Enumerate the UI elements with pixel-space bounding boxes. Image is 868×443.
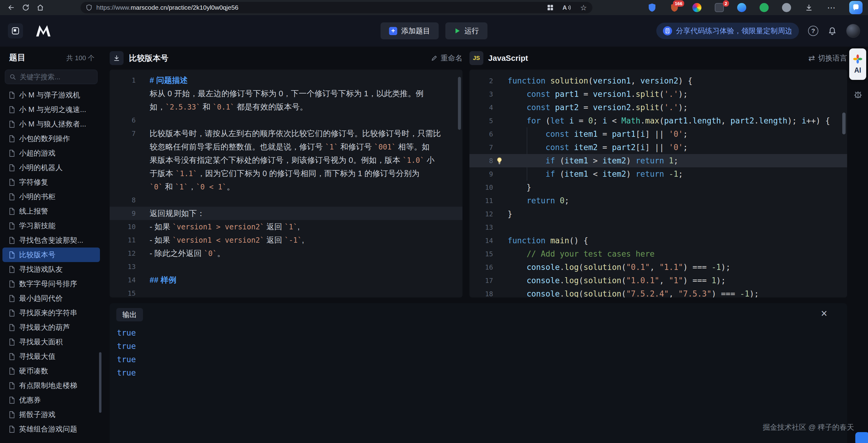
code-editor[interactable]: 2function solution(version1, version2) {… [469,70,847,298]
description-panel[interactable]: 1# 问题描述标从 0 开始，最左边的修订号下标为 0，下一个修订号下标为 1，… [110,70,462,298]
sidebar-item[interactable]: 小 M 与光明之魂速... [2,102,100,117]
add-problem-button[interactable]: + 添加题目 [381,23,439,39]
close-icon[interactable]: × [818,307,830,319]
code-line[interactable]: 5 for (let i = 0; i < Math.max(part1.len… [469,114,847,127]
ai-assistant-button[interactable]: AI [849,48,866,80]
sidebar-item[interactable]: 学习新技能 [2,218,100,233]
editor-scrollbar[interactable] [842,112,845,134]
rename-button[interactable]: 重命名 [431,53,462,63]
sidebar-item[interactable]: 数字字母问号排序 [2,277,100,291]
code-line[interactable]: 11 return 0; [469,194,847,207]
code-line[interactable]: 18 console.log(solution("7.5.2.4", "7.5.… [469,287,847,298]
code-line[interactable]: 7 const item2 = part2[i] || '0'; [469,141,847,154]
sidebar-item[interactable]: 英雄组合游戏问题 [2,422,100,436]
sidebar-item[interactable]: 寻找游戏队友 [2,262,100,277]
sidebar-item[interactable]: 硬币凑数 [2,364,100,378]
read-aloud-icon[interactable]: A [562,4,571,11]
code-line[interactable]: 12} [469,207,847,220]
sidebar-item[interactable]: 小明的机器人 [2,160,100,175]
refresh-icon[interactable] [20,2,31,13]
extension-screenshot-icon[interactable]: 2 [714,2,725,13]
sidebar-item[interactable]: 最小趋同代价 [2,291,100,306]
document-icon [8,324,15,331]
header-actions: + 添加题目 运行 [381,23,488,39]
code-text: function solution(version1, version2) { [507,76,693,85]
search-input[interactable] [20,73,93,81]
sidebar-item[interactable]: 小包的数列操作 [2,131,100,146]
description-row: 12- 除此之外返回 `0`。 [110,247,462,260]
description-row: 6 [110,113,462,127]
description-scrollbar[interactable] [458,77,461,130]
ide-logo[interactable] [8,23,23,38]
sidebar-item[interactable]: 优惠券 [2,393,100,407]
sidebar-item[interactable]: 摇骰子游戏 [2,407,100,422]
sidebar-item[interactable]: 小 M 与弹子游戏机 [2,88,100,102]
sidebar-item[interactable]: 寻找原来的字符串 [2,306,100,320]
extension-adblock-icon[interactable]: 166 [669,2,680,13]
apps-grid-icon[interactable] [547,4,554,11]
sidebar-item[interactable]: 比较版本号 [2,247,100,262]
problem-sidebar: 题目 共 100 个 小 M 与弹子游戏机小 M 与光明之魂速...小 M 与狼… [0,46,102,443]
favorite-star-icon[interactable]: ☆ [580,4,587,11]
code-line[interactable]: 13 [469,220,847,234]
code-line[interactable]: 14function main() { [469,234,847,247]
extension-shield-icon[interactable] [646,2,658,13]
back-icon[interactable] [5,2,17,13]
extension-grammar-icon[interactable] [758,2,770,13]
marscode-logo[interactable] [35,25,52,37]
description-text: 返回规则如下： [150,208,205,219]
home-icon[interactable] [34,2,46,13]
download-icon[interactable] [803,2,815,13]
extension-misc-icon[interactable] [781,2,792,13]
sidebar-item[interactable]: 字符修复 [2,175,100,190]
document-icon [8,295,15,302]
sidebar-item[interactable]: 小 M 与狼人拯救者... [2,117,100,131]
share-banner[interactable]: 分享代码练习体验，领限量定制周边 [656,23,799,39]
code-line[interactable]: 10 } [469,181,847,194]
code-line[interactable]: 15 // Add your test cases here [469,247,847,261]
code-line[interactable]: 16 console.log(solution("0.1", "1.1") ==… [469,261,847,274]
sidebar-item[interactable]: 小超的游戏 [2,146,100,160]
site-security-icon[interactable] [86,4,92,11]
code-line[interactable]: 9 if (item1 < item2) return -1; [469,167,847,181]
output-tab[interactable]: 输出 [116,308,143,321]
document-icon [8,106,15,113]
sidebar-item[interactable]: 寻找最大的葫芦 [2,320,100,335]
extension-palette-icon[interactable] [691,2,703,13]
switch-arrows-icon: ⇄ [808,54,815,63]
url-prefix: https://www. [96,4,130,11]
extension-translate-icon[interactable] [736,2,747,13]
avatar[interactable] [846,24,860,38]
code-line[interactable]: 17 console.log(solution("1.0.1", "1") ==… [469,274,847,287]
code-line[interactable]: 2function solution(version1, version2) { [469,74,847,88]
lightbulb-icon[interactable] [495,157,503,165]
switch-language-button[interactable]: ⇄ 切换语言 [808,53,847,63]
sidebar-item[interactable]: 寻找最大面积 [2,335,100,349]
output-line: true [117,366,136,379]
run-button[interactable]: 运行 [445,23,488,39]
ai-pinwheel-icon [853,54,863,64]
search-box[interactable] [5,70,97,84]
line-number: 8 [469,157,493,165]
debug-bug-icon[interactable] [853,90,863,100]
sidebar-scrollbar[interactable] [99,352,101,413]
code-line[interactable]: 6 const item1 = part1[i] || '0'; [469,127,847,141]
line-number: 7 [469,144,493,151]
notifications-bell-icon[interactable] [828,26,837,36]
sidebar-item[interactable]: 寻找最大值 [2,349,100,364]
browser-menu-icon[interactable]: ⋯ [826,2,837,13]
help-icon[interactable]: ? [808,26,818,36]
sidebar-item[interactable]: 有点限制地走楼梯 [2,378,100,393]
line-number: 4 [469,104,493,111]
copilot-icon[interactable] [849,1,863,14]
code-text: console.log(solution("7.5.2.4", "7.5.3")… [507,289,759,298]
code-line[interactable]: 8 if (item1 > item2) return 1; [469,154,847,167]
description-row: 11- 如果 `version1 < version2` 返回 `-1`, [110,233,462,247]
code-line[interactable]: 3 const part1 = version1.split('.'); [469,88,847,101]
address-bar[interactable]: https://www.marscode.cn/practice/2k10yl0… [81,2,592,13]
description-text: - 如果 `version1 > version2` 返回 `1`, [150,222,300,232]
code-line[interactable]: 4 const part2 = version2.split('.'); [469,101,847,114]
sidebar-item[interactable]: 小明的书柜 [2,190,100,204]
sidebar-item[interactable]: 线上报警 [2,204,100,218]
sidebar-item[interactable]: 寻找包含斐波那契... [2,233,100,247]
